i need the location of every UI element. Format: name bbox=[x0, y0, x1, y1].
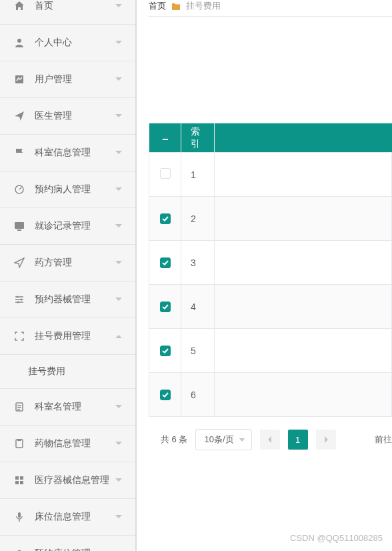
total-text: 共 6 条 bbox=[161, 434, 187, 446]
clipboard-icon bbox=[13, 401, 25, 413]
prev-page-button[interactable] bbox=[260, 430, 280, 450]
row-index: 2 bbox=[181, 197, 215, 241]
main-content: 首页 挂号费用 索引 123456 bbox=[137, 0, 392, 551]
sidebar-item-12[interactable]: 医疗器械信息管理 bbox=[0, 462, 135, 499]
sidebar-item-label: 医疗器械信息管理 bbox=[35, 474, 115, 486]
row-checkbox[interactable] bbox=[160, 257, 171, 268]
svg-point-0 bbox=[17, 39, 21, 43]
svg-point-7 bbox=[17, 302, 19, 304]
row-checkbox[interactable] bbox=[160, 346, 171, 356]
row-checkbox[interactable] bbox=[160, 213, 171, 224]
chevron-down-icon bbox=[115, 114, 122, 118]
row-rest bbox=[215, 153, 392, 197]
folder-icon bbox=[171, 2, 181, 10]
sidebar-item-label: 首页 bbox=[35, 0, 115, 12]
sidebar-item-label: 科室名管理 bbox=[35, 401, 115, 413]
jump-label: 前往 bbox=[375, 434, 392, 446]
person-icon bbox=[13, 37, 25, 49]
row-checkbox[interactable] bbox=[160, 390, 171, 400]
row-index: 3 bbox=[181, 241, 215, 285]
sidebar-item-5[interactable]: 预约病人管理 bbox=[0, 171, 135, 208]
row-rest bbox=[215, 197, 392, 241]
chevron-down-icon bbox=[115, 41, 122, 45]
sidebar-item-label: 药方管理 bbox=[35, 257, 115, 269]
pagination: 共 6 条 10条/页 1 前往 bbox=[149, 417, 392, 450]
flag-icon bbox=[13, 147, 25, 159]
svg-point-5 bbox=[17, 296, 19, 298]
mic-icon bbox=[13, 511, 25, 523]
sidebar-item-8[interactable]: 预约器械管理 bbox=[0, 282, 135, 318]
sidebar-item-10[interactable]: 科室名管理 bbox=[0, 389, 135, 426]
grid-icon bbox=[13, 474, 25, 486]
sidebar-item-11[interactable]: 药物信息管理 bbox=[0, 426, 135, 462]
chevron-down-icon bbox=[115, 77, 122, 81]
page-size-select[interactable]: 10条/页 bbox=[195, 429, 251, 450]
select-all-checkbox[interactable] bbox=[160, 134, 171, 145]
sidebar-item-3[interactable]: 医生管理 bbox=[0, 98, 135, 135]
chevron-down-icon bbox=[115, 224, 122, 228]
cloud-icon bbox=[13, 548, 25, 551]
sidebar-item-9[interactable]: 挂号费用管理 bbox=[0, 318, 135, 355]
table-row: 2 bbox=[149, 197, 392, 241]
row-checkbox[interactable] bbox=[160, 168, 171, 179]
sidebar-item-label: 用户管理 bbox=[35, 73, 115, 85]
chevron-down-icon bbox=[115, 187, 122, 191]
chevron-down-icon bbox=[115, 478, 122, 482]
sidebar-item-label: 个人中心 bbox=[35, 37, 115, 49]
sidebar-item-label: 科室信息管理 bbox=[35, 147, 115, 159]
table-row: 3 bbox=[149, 241, 392, 285]
chevron-down-icon bbox=[115, 442, 122, 446]
svg-rect-4 bbox=[17, 229, 21, 231]
gauge-icon bbox=[13, 183, 25, 195]
sidebar-item-label: 就诊记录管理 bbox=[35, 220, 115, 232]
sidebar-item-4[interactable]: 科室信息管理 bbox=[0, 135, 135, 171]
header-checkbox-cell[interactable] bbox=[149, 123, 181, 153]
chevron-down-icon bbox=[115, 261, 122, 265]
chevron-down-icon bbox=[115, 334, 122, 338]
page-number-1[interactable]: 1 bbox=[288, 430, 308, 450]
row-rest bbox=[215, 329, 392, 373]
breadcrumb-home[interactable]: 首页 bbox=[149, 0, 166, 12]
row-checkbox[interactable] bbox=[160, 302, 171, 312]
row-rest bbox=[215, 285, 392, 329]
data-table: 索引 123456 bbox=[149, 123, 392, 417]
row-rest bbox=[215, 241, 392, 285]
svg-rect-15 bbox=[18, 512, 21, 518]
sliders-icon bbox=[13, 294, 25, 306]
chevron-down-icon bbox=[115, 4, 122, 8]
row-index: 6 bbox=[181, 373, 215, 417]
chevron-down-icon bbox=[115, 298, 122, 302]
fullscreen-icon bbox=[13, 330, 25, 342]
sidebar-item-1[interactable]: 个人中心 bbox=[0, 25, 135, 61]
sidebar-item-0[interactable]: 首页 bbox=[0, 0, 135, 25]
sidebar-item-2[interactable]: 用户管理 bbox=[0, 61, 135, 98]
sidebar-item-7[interactable]: 药方管理 bbox=[0, 245, 135, 282]
header-index: 索引 bbox=[181, 123, 215, 153]
breadcrumb-current: 挂号费用 bbox=[186, 0, 221, 12]
svg-rect-3 bbox=[15, 222, 24, 229]
chevron-down-icon bbox=[115, 405, 122, 409]
svg-rect-12 bbox=[20, 476, 23, 480]
submenu-item[interactable]: 挂号费用 bbox=[0, 355, 135, 389]
sidebar-item-label: 挂号费用管理 bbox=[35, 330, 115, 342]
row-index: 5 bbox=[181, 329, 215, 373]
sidebar-item-6[interactable]: 就诊记录管理 bbox=[0, 208, 135, 245]
sidebar-item-label: 医生管理 bbox=[35, 110, 115, 122]
table-row: 6 bbox=[149, 373, 392, 417]
sidebar-item-13[interactable]: 床位信息管理 bbox=[0, 499, 135, 536]
svg-rect-11 bbox=[15, 476, 19, 480]
home-icon bbox=[13, 0, 25, 12]
table-row: 5 bbox=[149, 329, 392, 373]
chevron-down-icon bbox=[115, 151, 122, 155]
next-page-button[interactable] bbox=[316, 430, 336, 450]
header-rest bbox=[215, 123, 392, 153]
sidebar-item-14[interactable]: 预约床位管理 bbox=[0, 536, 135, 551]
sidebar: 首页个人中心用户管理医生管理科室信息管理预约病人管理就诊记录管理药方管理预约器械… bbox=[0, 0, 137, 551]
watermark: CSDN @QQ511008285 bbox=[290, 533, 383, 543]
row-index: 4 bbox=[181, 285, 215, 329]
row-index: 1 bbox=[181, 153, 215, 197]
sidebar-item-label: 药物信息管理 bbox=[35, 438, 115, 450]
sidebar-item-label: 预约病人管理 bbox=[35, 183, 115, 195]
sidebar-item-label: 预约器械管理 bbox=[35, 294, 115, 306]
svg-rect-14 bbox=[20, 481, 23, 484]
